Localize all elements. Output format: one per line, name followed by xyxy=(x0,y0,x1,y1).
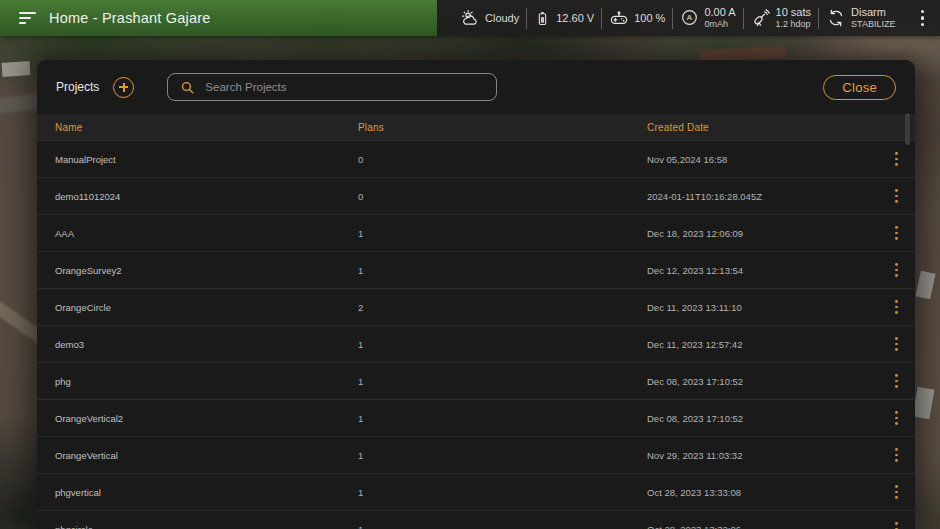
project-name: OrangeVertical xyxy=(55,450,358,461)
project-created-date: Oct 28, 2023 13:33:08 xyxy=(647,487,883,498)
project-name: AAA xyxy=(55,228,358,239)
gps-sats-label: 10 sats xyxy=(776,6,811,19)
project-plans-count: 0 xyxy=(358,154,647,165)
flight-mode-label: STABILIZE xyxy=(851,19,895,30)
table-row[interactable]: phgcircle 1 Oct 28, 2023 13:32:06 xyxy=(37,511,915,529)
project-name: demo3 xyxy=(55,339,358,350)
table-row[interactable]: phg 1 Dec 08, 2023 17:10:52 xyxy=(37,363,915,400)
rc-status[interactable]: 100 % xyxy=(609,8,665,28)
column-plans: Plans xyxy=(358,122,647,133)
arm-state-label: Disarm xyxy=(851,6,895,19)
rc-signal-icon xyxy=(609,8,629,28)
battery-label: 12.60 V xyxy=(556,12,594,24)
project-name: demo11012024 xyxy=(55,191,358,202)
table-row[interactable]: OrangeSurvey2 1 Dec 12, 2023 12:13:54 xyxy=(37,252,915,289)
projects-dialog-header: Projects Close xyxy=(37,60,915,114)
weather-icon xyxy=(461,9,480,28)
table-row[interactable]: OrangeCircle 2 Dec 11, 2023 13:11:10 xyxy=(37,289,915,326)
project-name: OrangeCircle xyxy=(55,302,358,313)
projects-title: Projects xyxy=(56,80,99,94)
project-created-date: Dec 11, 2023 12:57:42 xyxy=(647,339,883,350)
svg-text:A: A xyxy=(687,14,693,23)
battery-icon xyxy=(534,9,551,28)
project-plans-count: 1 xyxy=(358,376,647,387)
row-menu-button[interactable] xyxy=(892,370,901,392)
table-row[interactable]: OrangeVertical2 1 Dec 08, 2023 17:10:52 xyxy=(37,400,915,437)
project-plans-count: 1 xyxy=(358,339,647,350)
divider xyxy=(526,8,527,29)
project-name: phg xyxy=(55,376,358,387)
weather-label: Cloudy xyxy=(485,12,519,24)
project-plans-count: 1 xyxy=(358,265,647,276)
gps-status[interactable]: 10 sats 1.2 hdop xyxy=(751,6,811,30)
gps-hdop-label: 1.2 hdop xyxy=(776,19,811,30)
rc-label: 100 % xyxy=(634,12,665,24)
project-plans-count: 2 xyxy=(358,302,647,313)
project-created-date: Oct 28, 2023 13:32:06 xyxy=(647,524,883,529)
row-menu-button[interactable] xyxy=(892,259,901,281)
row-menu-button[interactable] xyxy=(892,296,901,318)
app-window: Home - Prashant Gajare Cloudy xyxy=(0,0,940,529)
row-menu-button[interactable] xyxy=(892,407,901,429)
scrollbar-thumb[interactable] xyxy=(905,113,910,145)
project-name: OrangeSurvey2 xyxy=(55,265,358,276)
table-row[interactable]: OrangeVertical 1 Nov 29, 2023 11:03:32 xyxy=(37,437,915,474)
telemetry-bar: Cloudy 12.60 V xyxy=(437,0,940,36)
project-plans-count: 1 xyxy=(358,413,647,424)
current-icon: A xyxy=(680,8,699,27)
search-box[interactable] xyxy=(167,73,497,101)
project-name: ManualProject xyxy=(55,154,358,165)
project-created-date: Nov 29, 2023 11:03:32 xyxy=(647,450,883,461)
overflow-menu-button[interactable] xyxy=(915,6,930,30)
project-created-date: Dec 08, 2023 17:10:52 xyxy=(647,413,883,424)
consumed-label: 0mAh xyxy=(704,19,735,30)
divider xyxy=(818,8,819,29)
project-name: phgvertical xyxy=(55,487,358,498)
divider xyxy=(743,8,744,29)
flight-mode-icon xyxy=(826,8,846,28)
current-label: 0.00 A xyxy=(704,6,735,19)
project-plans-count: 1 xyxy=(358,487,647,498)
project-plans-count: 0 xyxy=(358,191,647,202)
projects-dialog: Projects Close Name Plans Created Date M… xyxy=(37,60,915,529)
current-status[interactable]: A 0.00 A 0mAh xyxy=(680,6,735,30)
table-row[interactable]: demo11012024 0 2024-01-11T10:16:28.045Z xyxy=(37,178,915,215)
top-bar: Home - Prashant Gajare Cloudy xyxy=(0,0,940,36)
table-header: Name Plans Created Date xyxy=(37,114,915,141)
page-title: Home - Prashant Gajare xyxy=(49,10,211,26)
column-name: Name xyxy=(55,122,358,133)
project-plans-count: 1 xyxy=(358,228,647,239)
divider xyxy=(601,8,602,29)
row-menu-button[interactable] xyxy=(892,518,901,529)
column-created-date: Created Date xyxy=(647,122,883,133)
battery-status[interactable]: 12.60 V xyxy=(534,9,594,28)
flight-mode-status[interactable]: Disarm STABILIZE xyxy=(826,6,895,30)
weather-status[interactable]: Cloudy xyxy=(461,9,519,28)
add-project-button[interactable] xyxy=(113,77,134,98)
project-name: phgcircle xyxy=(55,524,358,529)
table-body: ManualProject 0 Nov 05,2024 16:58 demo11… xyxy=(37,141,915,529)
row-menu-button[interactable] xyxy=(892,444,901,466)
search-input[interactable] xyxy=(205,81,484,93)
close-button[interactable]: Close xyxy=(823,75,896,100)
row-menu-button[interactable] xyxy=(892,185,901,207)
project-created-date: 2024-01-11T10:16:28.045Z xyxy=(647,191,883,202)
project-plans-count: 1 xyxy=(358,450,647,461)
search-icon xyxy=(180,80,195,95)
menu-icon[interactable] xyxy=(19,12,36,25)
row-menu-button[interactable] xyxy=(892,148,901,170)
row-menu-button[interactable] xyxy=(892,222,901,244)
table-row[interactable]: ManualProject 0 Nov 05,2024 16:58 xyxy=(37,141,915,178)
top-bar-left: Home - Prashant Gajare xyxy=(0,0,437,36)
project-name: OrangeVertical2 xyxy=(55,413,358,424)
project-created-date: Nov 05,2024 16:58 xyxy=(647,154,883,165)
table-row[interactable]: demo3 1 Dec 11, 2023 12:57:42 xyxy=(37,326,915,363)
table-row[interactable]: AAA 1 Dec 18, 2023 12:06:09 xyxy=(37,215,915,252)
project-created-date: Dec 18, 2023 12:06:09 xyxy=(647,228,883,239)
table-row[interactable]: phgvertical 1 Oct 28, 2023 13:33:08 xyxy=(37,474,915,511)
divider xyxy=(672,8,673,29)
gps-icon xyxy=(751,8,771,28)
project-created-date: Dec 12, 2023 12:13:54 xyxy=(647,265,883,276)
row-menu-button[interactable] xyxy=(892,481,901,503)
row-menu-button[interactable] xyxy=(892,333,901,355)
